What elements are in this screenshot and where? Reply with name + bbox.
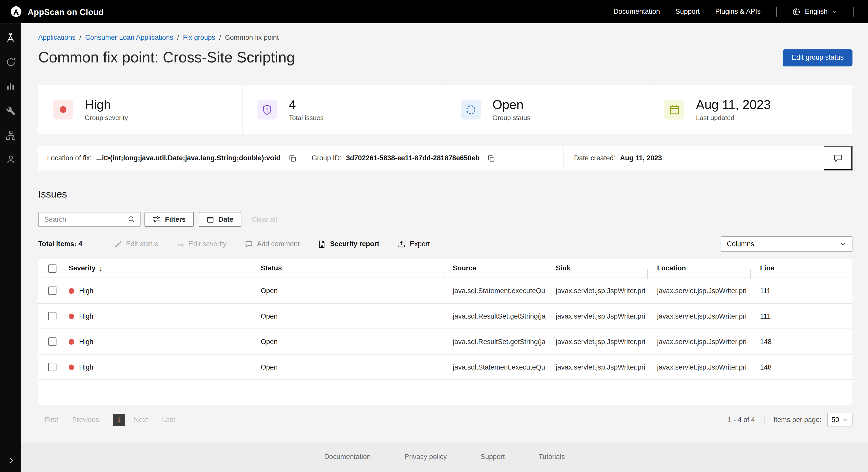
- table-row[interactable]: High Open java.sql.ResultSet.getString(j…: [38, 329, 852, 355]
- search-input[interactable]: [44, 215, 127, 223]
- pagination-first[interactable]: First: [45, 416, 58, 423]
- items-per-page-label: Items per page:: [773, 416, 822, 423]
- shield-exclamation-icon: [257, 100, 277, 120]
- copy-icon: [488, 154, 496, 162]
- sidebar-expand-button[interactable]: [0, 452, 21, 469]
- main-area: Applications Consumer Loan Applications …: [21, 23, 868, 472]
- items-per-page-dropdown[interactable]: 50: [827, 413, 852, 426]
- column-header-location[interactable]: Location: [647, 264, 750, 272]
- hierarchy-icon: [5, 130, 16, 140]
- group-info-bar: Location of fix: ...it>(int;long;java.ut…: [38, 146, 852, 170]
- sidebar-item-applications[interactable]: [0, 26, 21, 50]
- severity-gauge-icon: [177, 240, 185, 248]
- breadcrumb: Applications Consumer Loan Applications …: [38, 33, 852, 42]
- calendar-icon: [206, 215, 214, 223]
- column-header-source[interactable]: Source: [443, 264, 546, 272]
- row-checkbox[interactable]: [48, 337, 57, 346]
- severity-high-dot-icon: [53, 100, 73, 120]
- pagination-next[interactable]: Next: [134, 416, 148, 423]
- summary-cards: High Group severity 4: [38, 85, 852, 134]
- row-checkbox[interactable]: [48, 286, 57, 295]
- action-group: Edit status Edit severity: [114, 240, 430, 248]
- breadcrumb-separator: [219, 33, 221, 41]
- filters-button[interactable]: Filters: [144, 212, 193, 227]
- sidebar-item-scans[interactable]: [0, 50, 21, 74]
- cell-source: java.sql.ResultSet.getString(ja: [443, 338, 546, 345]
- date-created: Date created: Aug 11, 2023: [563, 146, 824, 170]
- brand: AppScan on Cloud: [10, 6, 104, 18]
- sidebar-item-tools[interactable]: [0, 98, 21, 123]
- header-label: Sink: [556, 264, 570, 272]
- footer-link-tutorials[interactable]: Tutorials: [538, 453, 565, 461]
- pagination: First Previous 1 Next Last 1 - 4 of 4 It…: [38, 413, 852, 426]
- top-link-documentation[interactable]: Documentation: [614, 8, 660, 15]
- column-header-sink[interactable]: Sink: [546, 264, 647, 272]
- columns-dropdown[interactable]: Columns: [721, 236, 853, 252]
- issues-table: Severity ↓ Status Source Sink Location L…: [38, 259, 852, 405]
- cell-source: java.sql.ResultSet.getString(ja: [443, 312, 546, 320]
- breadcrumb-separator: [79, 33, 81, 41]
- edit-status-button[interactable]: Edit status: [114, 240, 158, 248]
- table-row[interactable]: High Open java.sql.Statement.executeQu j…: [38, 355, 852, 380]
- card-label: Group status: [492, 114, 530, 122]
- column-header-status[interactable]: Status: [251, 264, 443, 272]
- edit-group-status-button[interactable]: Edit group status: [783, 49, 852, 66]
- cell-severity: High: [79, 338, 93, 345]
- breadcrumb-fix-groups[interactable]: Fix groups: [183, 33, 215, 41]
- pagination-previous[interactable]: Previous: [72, 416, 99, 423]
- edit-severity-button[interactable]: Edit severity: [177, 240, 226, 248]
- card-group-status: Open Group status: [445, 85, 649, 134]
- sidebar-item-user[interactable]: [0, 147, 21, 171]
- cell-line: 111: [750, 287, 853, 294]
- column-header-severity[interactable]: Severity ↓: [66, 264, 251, 272]
- row-checkbox[interactable]: [48, 363, 57, 371]
- card-label: Last updated: [696, 114, 771, 122]
- chevron-down-icon: [840, 241, 846, 247]
- table-row[interactable]: High Open java.sql.Statement.executeQu j…: [38, 278, 852, 304]
- cell-severity: High: [79, 363, 93, 371]
- date-filter-button[interactable]: Date: [198, 212, 241, 227]
- pagination-page-1[interactable]: 1: [113, 413, 125, 426]
- card-value: Open: [492, 97, 530, 112]
- footer-link-support[interactable]: Support: [480, 453, 505, 461]
- column-header-line[interactable]: Line: [750, 264, 853, 272]
- group-comments-button[interactable]: [824, 146, 852, 170]
- export-button[interactable]: Export: [398, 240, 430, 248]
- brand-name: AppScan on Cloud: [28, 7, 104, 16]
- security-report-button[interactable]: Security report: [318, 240, 379, 248]
- side-nav: [0, 23, 21, 472]
- add-comment-button[interactable]: Add comment: [245, 240, 300, 248]
- sidebar-item-reports[interactable]: [0, 74, 21, 98]
- top-link-support[interactable]: Support: [675, 8, 700, 15]
- footer-link-documentation[interactable]: Documentation: [324, 453, 371, 461]
- pagination-last[interactable]: Last: [162, 416, 175, 423]
- card-value: High: [85, 97, 128, 112]
- row-checkbox[interactable]: [48, 312, 57, 321]
- topbar-divider: [853, 7, 854, 16]
- breadcrumb-consumer-loan-applications[interactable]: Consumer Loan Applications: [85, 33, 173, 41]
- status-open-icon: [461, 100, 481, 120]
- clear-all-link[interactable]: Clear all: [252, 215, 277, 223]
- filters-label: Filters: [165, 215, 186, 223]
- card-value: Aug 11, 2023: [696, 97, 771, 112]
- wrench-icon: [6, 106, 15, 115]
- add-comment-label: Add comment: [257, 240, 300, 248]
- search-icon[interactable]: [127, 215, 136, 224]
- copy-location-button[interactable]: [288, 154, 297, 162]
- group-id-label: Group ID:: [312, 155, 342, 162]
- sidebar-item-asset-groups[interactable]: [0, 123, 21, 147]
- table-row[interactable]: High Open java.sql.ResultSet.getString(j…: [38, 304, 852, 329]
- top-bar: AppScan on Cloud Documentation Support P…: [0, 0, 868, 23]
- card-total-issues: 4 Total issues: [242, 85, 445, 134]
- select-all-checkbox[interactable]: [48, 264, 57, 272]
- cell-status: Open: [251, 287, 443, 294]
- footer-link-privacy-policy[interactable]: Privacy policy: [405, 453, 447, 461]
- top-link-plugins-apis[interactable]: Plugins & APIs: [715, 8, 761, 15]
- copy-group-id-button[interactable]: [488, 154, 496, 162]
- card-label: Group severity: [85, 114, 128, 122]
- breadcrumb-applications[interactable]: Applications: [38, 33, 75, 41]
- language-selector[interactable]: English: [792, 7, 838, 16]
- cell-location: javax.servlet.jsp.JspWriter.pri: [647, 363, 750, 371]
- severity-high-dot-icon: [69, 313, 74, 319]
- filters-icon: [152, 215, 161, 224]
